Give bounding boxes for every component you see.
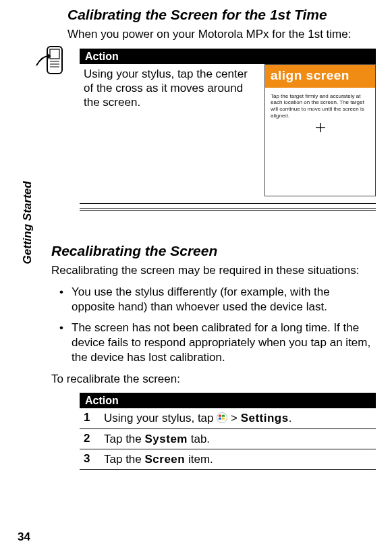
screen-label: Screen bbox=[145, 453, 186, 466]
windows-start-icon bbox=[217, 412, 227, 423]
step1-text-c: . bbox=[289, 412, 292, 424]
action1-text: Using your stylus, tap the center of the… bbox=[80, 64, 255, 196]
align-screen-titlebar: align screen bbox=[265, 65, 375, 88]
align-screen-preview: align screen Tap the target firmly and a… bbox=[264, 64, 376, 196]
step2-text-a: Tap the bbox=[104, 433, 145, 445]
section1-title: Calibrating the Screen for the 1st Time bbox=[67, 7, 376, 23]
side-tab-label: Getting Started bbox=[21, 182, 34, 265]
settings-label: Settings bbox=[241, 412, 289, 424]
align-screen-instructions: Tap the target firmly and accurately at … bbox=[265, 88, 375, 120]
section2-lead: To recalibrate the screen: bbox=[51, 372, 376, 387]
step3-text-b: item. bbox=[185, 453, 213, 466]
action-header-2: Action bbox=[80, 393, 376, 408]
action-step-3: 3 Tap the Screen item. bbox=[80, 449, 376, 470]
step-num-1: 1 bbox=[80, 411, 96, 424]
step-num-2: 2 bbox=[80, 432, 96, 445]
svg-rect-1 bbox=[50, 49, 59, 59]
page-number: 34 bbox=[18, 530, 30, 544]
bullet-item-2: The screen has not been calibrated for a… bbox=[51, 321, 376, 364]
action-step-2: 2 Tap the System tab. bbox=[80, 429, 376, 449]
side-tab: Getting Started bbox=[18, 67, 38, 243]
action-step-1: 1 Using your stylus, tap > Settings. bbox=[80, 408, 376, 429]
step2-text-b: tab. bbox=[188, 433, 210, 445]
section1-intro: When you power on your Motorola MPx for … bbox=[67, 27, 376, 42]
section2-title: Recalibrating the Screen bbox=[51, 243, 376, 259]
phone-device-icon bbox=[35, 44, 67, 79]
section2-intro: Recalibrating the screen may be required… bbox=[51, 263, 376, 278]
step3-text-a: Tap the bbox=[104, 453, 145, 466]
bullet-item-1: You use the stylus differently (for exam… bbox=[51, 285, 376, 314]
step1-text-b: > bbox=[231, 412, 241, 424]
svg-rect-0 bbox=[47, 47, 62, 74]
step-num-3: 3 bbox=[80, 452, 96, 466]
action-header-1: Action bbox=[80, 49, 376, 64]
step1-text-a: Using your stylus, tap bbox=[104, 412, 217, 424]
bullet-list: You use the stylus differently (for exam… bbox=[51, 285, 376, 365]
align-screen-crosshair-icon bbox=[265, 120, 375, 196]
system-label: System bbox=[145, 433, 188, 445]
